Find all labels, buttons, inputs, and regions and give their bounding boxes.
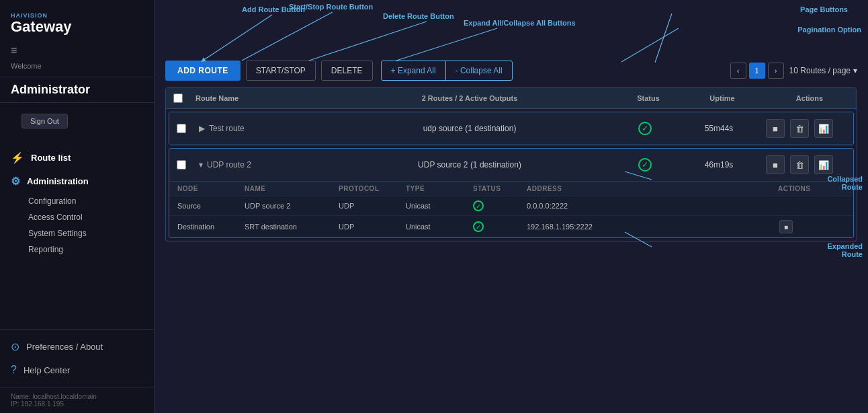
sidebar-item-helpcenter[interactable]: ? Help Center — [0, 359, 154, 381]
sidebar-item-administration[interactable]: ⚙ Administration — [0, 170, 154, 193]
logo-title: Gateway — [11, 19, 143, 35]
row2-uptime: 46m19s — [679, 160, 759, 170]
pagination-select[interactable]: 10 Routes / page ▾ — [789, 66, 857, 75]
row1-name: Test route — [209, 124, 245, 133]
sub-dest-address: 192.168.1.195:2222 — [527, 223, 778, 231]
sub-dest-name: SRT destination — [245, 223, 339, 231]
row2-delete-button[interactable]: 🗑 — [790, 155, 809, 174]
anno-expanded: ExpandedRoute — [827, 242, 863, 258]
sub-dest-actions: ■ — [778, 220, 845, 233]
next-page-button[interactable]: › — [768, 63, 784, 79]
pagination-area: ‹ 1 › 10 Routes / page ▾ — [730, 63, 857, 79]
start-stop-button[interactable]: START/STOP — [246, 61, 316, 81]
routelist-icon: ⚡ — [11, 151, 24, 164]
row1-stop-button[interactable]: ■ — [766, 119, 785, 138]
page-1-button[interactable]: 1 — [749, 63, 765, 79]
admin-icon: ⚙ — [11, 175, 20, 188]
footer-hostname: Name: localhost.localdomain — [11, 393, 143, 400]
row2-checkbox[interactable] — [177, 160, 186, 170]
preferences-label: Preferences / About — [26, 342, 103, 352]
toolbar: ADD ROUTE START/STOP DELETE + Expand All… — [155, 54, 868, 87]
sub-th-status: STATUS — [473, 185, 527, 192]
row2-chevron: ▾ — [199, 160, 203, 170]
route-main-row-2: ▾ UDP route 2 UDP source 2 (1 destinatio… — [169, 149, 853, 181]
sidebar-item-routelist[interactable]: ⚡ Route list — [0, 146, 154, 170]
sub-th-address: ADDRESS — [527, 185, 778, 192]
sub-dest-status: ✓ — [473, 221, 527, 232]
row2-status: ✓ — [611, 158, 679, 172]
prev-page-button[interactable]: ‹ — [730, 63, 746, 79]
helpcenter-label: Help Center — [24, 365, 70, 375]
welcome-label: Welcome — [0, 61, 154, 77]
row2-actions: ■ 🗑 📊 — [759, 155, 853, 174]
admin-label: Administration — [27, 176, 89, 186]
page-controls: ‹ 1 › — [730, 63, 784, 79]
sub-source-node: Source — [177, 202, 245, 210]
admin-name: Administrator — [0, 77, 154, 103]
sub-th-type: TYPE — [406, 185, 473, 192]
sub-th-protocol: PROTOCOL — [339, 185, 406, 192]
th-checkbox — [166, 93, 190, 103]
sidebar-bottom: ⊙ Preferences / About ? Help Center — [0, 329, 154, 387]
sign-out-button[interactable]: Sign Out — [21, 114, 68, 128]
sidebar-item-system-settings[interactable]: System Settings — [0, 225, 154, 241]
th-uptime: Uptime — [682, 94, 763, 102]
sub-source-type: Unicast — [406, 202, 473, 210]
sub-dest-action-btn[interactable]: ■ — [779, 220, 793, 233]
help-icon: ? — [11, 364, 17, 376]
row1-expand-icon[interactable]: ▶ Test route — [199, 124, 322, 133]
sub-th-name: NAME — [245, 185, 339, 192]
route-main-row-1: ▶ Test route udp source (1 destination) … — [169, 112, 853, 145]
row1-status-icon: ✓ — [638, 122, 652, 135]
sidebar-nav: ⚡ Route list ⚙ Administration Configurat… — [0, 139, 154, 329]
row2-expand-icon[interactable]: ▾ UDP route 2 — [199, 160, 322, 170]
row2-source: UDP source 2 (1 destination) — [328, 160, 611, 170]
anno-pagination: Pagination Option — [797, 26, 861, 34]
th-outputs: 2 Routes / 2 Active Outputs — [324, 94, 615, 102]
sidebar-item-access-control[interactable]: Access Control — [0, 209, 154, 225]
select-all-checkbox[interactable] — [173, 93, 183, 103]
row1-status: ✓ — [611, 122, 679, 135]
preferences-icon: ⊙ — [11, 340, 19, 353]
sidebar: HAIVISION Gateway ≡ Welcome Administrato… — [0, 0, 155, 413]
sidebar-footer: Name: localhost.localdomain IP: 192.168.… — [0, 387, 154, 413]
logo-area: HAIVISION Gateway — [0, 0, 154, 40]
hamburger-menu[interactable]: ≡ — [0, 40, 154, 61]
th-route-name: Route Name — [190, 94, 324, 102]
row1-uptime: 55m44s — [679, 124, 759, 133]
anno-start-stop: Start/Stop Route Button — [289, 3, 373, 11]
routes-table: Route Name 2 Routes / 2 Active Outputs S… — [165, 87, 857, 241]
pagination-chevron: ▾ — [853, 66, 857, 75]
sub-th-actions: ACTIONS — [778, 185, 845, 192]
row1-name-cell: ▶ Test route — [193, 124, 328, 133]
sub-dest-status-icon: ✓ — [473, 221, 484, 232]
row1-delete-button[interactable]: 🗑 — [790, 119, 809, 138]
sidebar-item-reporting[interactable]: Reporting — [0, 241, 154, 258]
sub-dest-type: Unicast — [406, 223, 473, 231]
row2-name-cell: ▾ UDP route 2 — [193, 160, 328, 170]
delete-button[interactable]: DELETE — [321, 61, 373, 81]
footer-ip: IP: 192.168.1.195 — [11, 400, 143, 408]
sidebar-item-preferences[interactable]: ⊙ Preferences / About — [0, 335, 154, 359]
expand-all-button[interactable]: + Expand All — [382, 61, 446, 80]
sub-th-node: NODE — [177, 185, 245, 192]
table-header: Route Name 2 Routes / 2 Active Outputs S… — [166, 88, 857, 109]
row2-status-icon: ✓ — [638, 158, 652, 172]
row2-stop-button[interactable]: ■ — [766, 155, 785, 174]
row2-stats-button[interactable]: 📊 — [814, 155, 833, 174]
sub-dest-protocol: UDP — [339, 223, 406, 231]
row2-checkbox-cell — [169, 160, 193, 170]
add-route-button[interactable]: ADD ROUTE — [165, 61, 241, 81]
anno-expand-btns: Expand All/Collapse All Buttons — [464, 19, 576, 27]
sub-source-status-icon: ✓ — [473, 200, 484, 211]
sidebar-item-configuration[interactable]: Configuration — [0, 193, 154, 209]
collapse-all-button[interactable]: - Collapse All — [446, 61, 512, 80]
anno-page-buttons: Page Buttons — [800, 5, 848, 13]
anno-add-route: Add Route Button — [242, 5, 305, 13]
th-actions: Actions — [763, 94, 857, 102]
sub-dest-node: Destination — [177, 223, 245, 231]
route-row-1: ▶ Test route udp source (1 destination) … — [169, 112, 854, 145]
row1-source: udp source (1 destination) — [328, 124, 611, 133]
row1-stats-button[interactable]: 📊 — [814, 119, 833, 138]
row1-checkbox[interactable] — [177, 124, 186, 133]
